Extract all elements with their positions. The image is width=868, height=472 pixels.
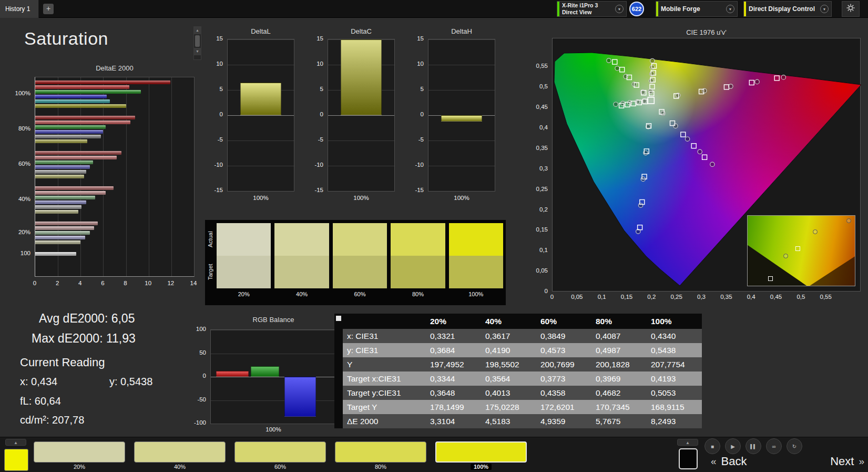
refresh-button[interactable]: ↻: [787, 438, 802, 454]
current-cdm2-readout: cd/m²: 207,78: [20, 414, 84, 426]
transport-controls: ■▶▌▌∞↻: [704, 438, 802, 454]
actual-swatch: [274, 223, 329, 256]
table-row-label: y: CIE31: [343, 343, 426, 357]
saturation-swatch-60[interactable]: 60%: [234, 441, 326, 470]
y-tick-label: 0,5: [539, 83, 548, 89]
table-handle[interactable]: [336, 316, 341, 321]
display-dropdown-label: Direct Display Control: [749, 5, 815, 13]
y-tick-label: 5: [220, 86, 223, 92]
x-tick-label: 6: [101, 280, 104, 286]
collapse-right-button[interactable]: ▲: [677, 439, 698, 446]
saturation-swatch-40[interactable]: 40%: [134, 441, 226, 470]
saturation-swatch-20[interactable]: 20%: [34, 441, 125, 470]
de-bar: [35, 130, 103, 134]
de-bar: [35, 170, 86, 174]
gridline: [211, 424, 336, 424]
de-bar: [35, 200, 86, 204]
measurement-marker: [710, 162, 714, 166]
table-cell: 0,4190: [481, 343, 536, 357]
measurement-marker: [755, 79, 759, 84]
de-bar: [35, 222, 98, 225]
table-row-label: Target Y: [343, 400, 426, 414]
loop-button[interactable]: ∞: [766, 438, 782, 454]
y-tick-label: 0,45: [536, 104, 548, 110]
bottom-bar: ▲ 20%40%60%80%100% ▲ ■▶▌▌∞↻ « Back Next …: [0, 437, 868, 472]
gridline: [149, 77, 149, 276]
actual-swatch: [449, 223, 503, 256]
deltal-chart: DeltaL 151050-5-10-15 100%: [209, 27, 300, 213]
pause-button[interactable]: ▌▌: [746, 438, 761, 454]
y-tick-label: 0,2: [539, 206, 548, 213]
max-de2000-readout: Max dE2000: 11,93: [32, 332, 136, 346]
chevron-down-icon[interactable]: ▼: [726, 5, 734, 13]
meter-count-badge: 622: [629, 2, 644, 16]
chevron-down-icon[interactable]: ▼: [820, 5, 829, 13]
back-label: Back: [721, 455, 747, 468]
meter-dropdown[interactable]: X-Rite i1Pro 3 Direct View ▼: [557, 1, 627, 17]
de-bar: [35, 210, 78, 214]
x-tick-label: 10: [145, 280, 151, 286]
table-cell: 0,3969: [591, 371, 647, 386]
display-dropdown[interactable]: Direct Display Control ▼: [743, 1, 832, 17]
table-cell: 8,2493: [647, 414, 702, 428]
settings-button[interactable]: [842, 1, 860, 17]
scrollbar: ▲ ▼: [193, 26, 201, 60]
y-tick-label: 0,35: [536, 145, 548, 151]
compare-column-label: 60%: [333, 288, 387, 299]
swatch-color: [335, 441, 426, 463]
target-row-label: Target: [205, 256, 216, 288]
collapse-left-button[interactable]: ▲: [5, 439, 26, 446]
x-tick-label: 0: [550, 294, 554, 300]
y-tick-label: 15: [216, 35, 223, 42]
de-bar: [35, 191, 106, 195]
next-button[interactable]: Next »: [830, 455, 864, 468]
measurement-marker: [615, 66, 619, 71]
deltae2000-chart: DeltaE 2000 100%80%60%40%20%100 02468101…: [9, 64, 197, 296]
scroll-down-button[interactable]: ▼: [194, 48, 201, 55]
measurement-marker: [685, 137, 689, 141]
de-bar: [35, 236, 85, 239]
inset-measurement-marker: [783, 254, 788, 258]
gridline: [428, 140, 495, 141]
table-corner-cell: [343, 314, 426, 329]
play-button[interactable]: ▶: [725, 438, 741, 454]
group-label: 20%: [18, 229, 30, 235]
cie-xaxis: 00,050,10,150,20,250,30,350,40,450,50,55: [552, 294, 861, 302]
saturation-swatch-100[interactable]: 100%: [435, 441, 527, 470]
table-column-header: 100%: [647, 314, 702, 329]
back-button[interactable]: « Back: [711, 455, 747, 468]
table-cell: 0,4987: [591, 343, 647, 357]
table-column-header: 80%: [591, 314, 647, 329]
scroll-thumb[interactable]: [195, 35, 200, 47]
compare-row-labels: Actual Target: [205, 223, 216, 288]
swatch-label: 20%: [74, 464, 85, 470]
source-dropdown-label: Mobile Forge: [661, 5, 700, 13]
stop-button[interactable]: ■: [704, 438, 720, 454]
saturation-swatch-80[interactable]: 80%: [335, 441, 426, 470]
history-tab[interactable]: History 1: [0, 0, 39, 18]
avg-de2000-readout: Avg dE2000: 6,05: [39, 312, 135, 326]
measurement-marker: [607, 58, 611, 63]
measurement-marker: [650, 65, 654, 69]
chevron-down-icon[interactable]: ▼: [615, 5, 624, 13]
gridline: [171, 77, 172, 276]
y-tick-label: -15: [214, 187, 223, 193]
table-cell: 0,4087: [591, 329, 647, 343]
next-label: Next: [830, 455, 854, 468]
add-tab-button[interactable]: +: [43, 4, 54, 14]
inset-target-marker: [768, 276, 773, 281]
de-bar: [35, 139, 87, 143]
current-y-readout: y: 0,5438: [109, 376, 152, 388]
de-bar: [35, 135, 101, 138]
blackout-button[interactable]: [679, 448, 698, 469]
y-tick-label: 0,4: [539, 124, 548, 130]
table-cell: 0,4340: [647, 329, 702, 343]
current-fl-readout: fL: 60,64: [20, 395, 61, 407]
scroll-up-button[interactable]: ▲: [194, 27, 201, 34]
compare-column-label: 40%: [274, 288, 329, 299]
rgb-xlabel: 100%: [210, 426, 336, 433]
gridline: [428, 90, 495, 91]
back-chevron-icon: «: [711, 456, 717, 467]
saturation-level-swatches: 20%40%60%80%100%: [34, 441, 527, 470]
source-dropdown[interactable]: Mobile Forge ▼: [656, 1, 738, 17]
